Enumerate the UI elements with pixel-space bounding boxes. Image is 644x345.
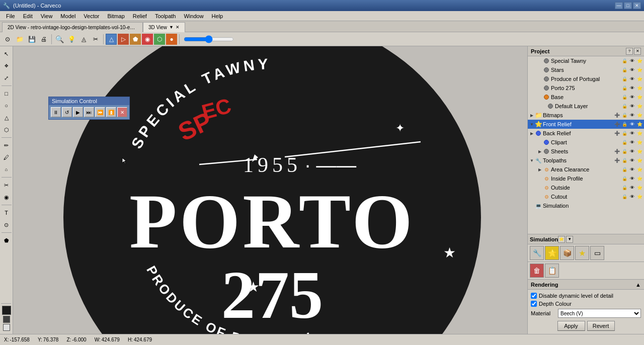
- tree-action-lock[interactable]: 🔒: [621, 84, 628, 92]
- toolbar-light[interactable]: 💡: [66, 34, 77, 45]
- toolbar-cut[interactable]: ✂: [90, 34, 101, 45]
- tab-dropdown-icon[interactable]: ▼: [169, 25, 174, 30]
- tree-action-lock[interactable]: 🔒: [621, 139, 628, 146]
- tree-action-star[interactable]: ⭐: [636, 66, 643, 73]
- tree-item-clipart[interactable]: Clipart 🔒 👁 ⭐: [528, 138, 644, 147]
- tree-item-back-relief[interactable]: ▶ Back Relief ➕ 🔒 👁 ⭐: [528, 129, 644, 138]
- tool-spiro[interactable]: ⌂: [1, 164, 12, 175]
- tree-item-porto275[interactable]: Porto 275 🔒 👁 ⭐: [528, 83, 644, 93]
- canvas-area[interactable]: PORTO 275 1955 · —— SPECIAL TAWNY SP EC: [13, 46, 527, 334]
- tree-action-vis[interactable]: 👁: [628, 157, 635, 164]
- tool-node[interactable]: ✥: [1, 60, 12, 71]
- tab-3d-view[interactable]: 3D View ▼ ✕: [143, 22, 185, 32]
- tree-item-cutout[interactable]: ⚙ Cutout 🔒 👁 ⭐: [528, 192, 644, 201]
- simulation-section-header[interactable]: Simulation ⭐ ▼: [528, 234, 644, 244]
- tree-action-lock[interactable]: 🔒: [621, 148, 628, 155]
- tool-rect[interactable]: □: [1, 88, 12, 99]
- maximize-button[interactable]: □: [624, 2, 632, 9]
- tree-action-star[interactable]: ⭐: [636, 148, 643, 155]
- tool-relief[interactable]: ⬟: [1, 235, 12, 246]
- toolbar-relief5[interactable]: ⬡: [154, 34, 165, 45]
- sim-pause-button[interactable]: ⏸: [51, 107, 61, 117]
- minimize-button[interactable]: —: [615, 2, 623, 9]
- tree-action-star[interactable]: ⭐: [636, 130, 643, 137]
- toolbar-new[interactable]: ⊙: [2, 34, 13, 45]
- tree-action-star[interactable]: ⭐: [636, 112, 643, 119]
- material-select[interactable]: Beech (V) Oak Pine Mahogany Walnut: [558, 309, 641, 318]
- tree-item-bitmaps[interactable]: ▶ 📁 Bitmaps ➕ 🔒 👁 ⭐: [528, 111, 644, 120]
- tree-action-star[interactable]: ⭐: [636, 166, 643, 173]
- tool-pencil[interactable]: ✏: [1, 140, 12, 151]
- tool-freehand[interactable]: ◉: [1, 192, 12, 203]
- sim-close-button[interactable]: ✕: [117, 107, 127, 117]
- tree-action-star[interactable]: ⭐: [636, 75, 643, 82]
- tree-item-base[interactable]: Base 🔒 👁 ⭐: [528, 93, 644, 102]
- tree-item-toolpaths[interactable]: ▼ 🔧 Toolpaths ➕ 🔒 👁 ⭐: [528, 156, 644, 165]
- sim-tool-btn-3[interactable]: 📦: [560, 246, 574, 260]
- toolbar-relief2[interactable]: ▷: [118, 34, 129, 45]
- tool-select[interactable]: ↖: [1, 48, 12, 59]
- tree-action-lock[interactable]: 🔒: [621, 184, 628, 191]
- toolbar-save[interactable]: 💾: [26, 34, 37, 45]
- tool-star[interactable]: ⬡: [1, 124, 12, 135]
- tab-2d-view[interactable]: 2D View - retro-vintage-logo-design-temp…: [2, 22, 143, 32]
- tree-action-add[interactable]: ➕: [613, 130, 620, 137]
- sim-tool-layers[interactable]: 📋: [545, 264, 559, 278]
- tree-action-vis[interactable]: 👁: [628, 112, 635, 119]
- sim-tool-delete[interactable]: 🗑: [530, 264, 544, 278]
- revert-button[interactable]: Revert: [587, 321, 615, 331]
- tree-action-star[interactable]: ⭐: [636, 193, 643, 200]
- menu-item-help[interactable]: Help: [208, 12, 227, 20]
- sim-reset-button[interactable]: ↺: [62, 107, 72, 117]
- tree-action-vis[interactable]: 👁: [628, 57, 635, 64]
- zoom-slider[interactable]: [184, 35, 234, 43]
- tree-action-lock[interactable]: 🔒: [621, 112, 628, 119]
- tree-action-lock[interactable]: 🔒: [621, 157, 628, 164]
- tree-item-outside[interactable]: ⚙ Outside 🔒 👁 ⭐: [528, 183, 644, 192]
- toolbar-print[interactable]: 🖨: [38, 34, 49, 45]
- tree-action-star[interactable]: ⭐: [636, 121, 643, 128]
- depth-colour-checkbox[interactable]: [531, 301, 537, 307]
- menu-item-relief[interactable]: Relief: [129, 12, 151, 20]
- apply-button[interactable]: Apply: [557, 321, 585, 331]
- tree-action-vis[interactable]: 👁: [628, 184, 635, 191]
- toolbar-mesh[interactable]: ◬: [78, 34, 89, 45]
- sim-tool-btn-5[interactable]: ▭: [590, 246, 604, 260]
- tab-close-icon[interactable]: ✕: [176, 25, 180, 30]
- tool-pen[interactable]: 🖊: [1, 152, 12, 163]
- toolbar-relief4[interactable]: ◉: [142, 34, 153, 45]
- tree-item-area-clearance[interactable]: ▶ ⚙ Area Clearance 🔒 👁 ⭐: [528, 165, 644, 174]
- tree-item-front-relief[interactable]: ▼ ⭐ Front Relief ➕ 🔒 👁 ⭐: [528, 120, 644, 129]
- project-close-button[interactable]: ✕: [634, 48, 641, 55]
- tree-action-star[interactable]: ⭐: [636, 94, 643, 101]
- tool-circle[interactable]: ○: [1, 100, 12, 111]
- tree-action-add[interactable]: ➕: [613, 112, 620, 119]
- tree-action-vis[interactable]: 👁: [628, 84, 635, 92]
- tree-action-vis[interactable]: 👁: [628, 75, 635, 82]
- tree-action-lock[interactable]: 🔒: [621, 75, 628, 82]
- tree-action-star[interactable]: ⭐: [636, 57, 643, 64]
- color-swatch-dark[interactable]: [3, 316, 10, 323]
- rendering-section-header[interactable]: Rendering ▲: [528, 280, 644, 290]
- menu-item-edit[interactable]: Edit: [19, 12, 37, 20]
- sim-header-btn1[interactable]: ⭐: [558, 236, 565, 243]
- tree-action-vis[interactable]: 👁: [628, 121, 635, 128]
- tree-action-vis[interactable]: 👁: [628, 66, 635, 73]
- tree-action-lock[interactable]: 🔒: [621, 121, 628, 128]
- tree-item-special-tawny[interactable]: Special Tawny 🔒 👁 ⭐: [528, 56, 644, 65]
- toolbar-open[interactable]: 📁: [14, 34, 25, 45]
- tool-symbol[interactable]: ⊙: [1, 219, 12, 230]
- tree-action-star[interactable]: ⭐: [636, 184, 643, 191]
- close-button[interactable]: ✕: [633, 2, 641, 9]
- tool-transform[interactable]: ⤢: [1, 72, 12, 83]
- tree-action-vis[interactable]: 👁: [628, 130, 635, 137]
- sim-step-forward-button[interactable]: ⏭: [84, 107, 94, 117]
- tree-item-produce[interactable]: Produce of Portugal 🔒 👁 ⭐: [528, 74, 644, 83]
- tree-action-lock[interactable]: 🔒: [621, 103, 628, 110]
- tree-action-star[interactable]: ⭐: [636, 84, 643, 92]
- sim-header-btn2[interactable]: ▼: [566, 236, 573, 243]
- tree-action-star[interactable]: ⭐: [636, 139, 643, 146]
- menu-item-bitmap[interactable]: Bitmap: [104, 12, 129, 20]
- tree-action-vis[interactable]: 👁: [628, 94, 635, 101]
- sim-fast-forward-button[interactable]: ⏩: [95, 107, 105, 117]
